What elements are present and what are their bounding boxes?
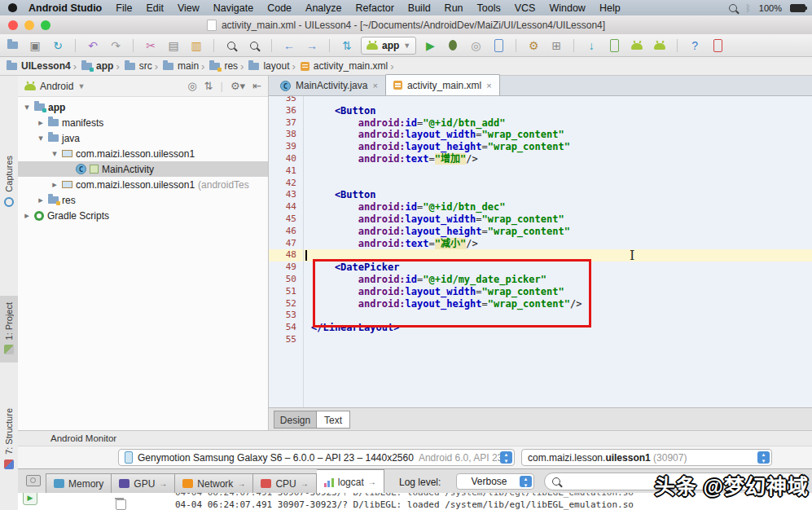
- menu-item-analyze[interactable]: Analyze: [305, 2, 341, 14]
- menu-item-tools[interactable]: Tools: [477, 2, 501, 14]
- toolstrip-tab-project[interactable]: 1: Project: [0, 296, 18, 363]
- sdk-manager-icon[interactable]: ↓: [584, 38, 599, 53]
- breadcrumb-item-src[interactable]: src: [125, 60, 152, 72]
- menu-item-view[interactable]: View: [178, 2, 200, 14]
- paste-icon[interactable]: ▥: [189, 38, 204, 53]
- redo-icon[interactable]: ↷: [108, 38, 123, 53]
- monitor-tab-logcat[interactable]: logcat→: [317, 469, 384, 494]
- breadcrumb-item-app[interactable]: app: [81, 60, 113, 72]
- menu-item-window[interactable]: Window: [549, 2, 585, 14]
- menu-item-navigate[interactable]: Navigate: [213, 2, 253, 14]
- close-window-button[interactable]: [8, 20, 18, 30]
- tree-item-manifests[interactable]: ▸manifests: [18, 115, 268, 130]
- open-icon[interactable]: [5, 38, 20, 53]
- tab-text[interactable]: Text: [316, 411, 350, 429]
- copy-icon[interactable]: ▤: [166, 38, 181, 53]
- gear-icon[interactable]: ⚙▾: [230, 80, 245, 92]
- help-icon[interactable]: ?: [687, 38, 702, 53]
- tree-expand-arrow[interactable]: ▸: [23, 210, 31, 221]
- run-icon[interactable]: ▶: [423, 38, 437, 53]
- tree-collapse-arrow[interactable]: ▾: [37, 133, 45, 143]
- breadcrumb-item-res[interactable]: res: [209, 60, 238, 72]
- menu-item-code[interactable]: Code: [267, 2, 292, 14]
- run-configuration-dropdown[interactable]: app ▼: [361, 37, 416, 55]
- avd-manager-icon[interactable]: [607, 38, 621, 53]
- code-editor[interactable]: 3536 <Button37 android:id="@+id/btn_add"…: [269, 96, 812, 407]
- tree-item-com-maizi-lesson-uilesson1[interactable]: ▸com.maizi.lesson.uilesson1 (androidTes: [18, 177, 268, 192]
- logcat-play-icon[interactable]: ▶: [23, 493, 37, 505]
- menu-item-build[interactable]: Build: [408, 2, 431, 14]
- dropdown-stepper[interactable]: ▲▼: [500, 451, 512, 464]
- project-structure-icon[interactable]: ⊞: [549, 38, 564, 53]
- tree-item-res[interactable]: ▸res: [18, 192, 268, 208]
- chevron-down-icon[interactable]: ▼: [77, 82, 85, 90]
- collapse-all-icon[interactable]: ⇅: [204, 80, 213, 92]
- monitor-tab-network[interactable]: Network→: [175, 473, 253, 494]
- menu-item-file[interactable]: File: [116, 2, 132, 14]
- menu-item-run[interactable]: Run: [445, 2, 463, 14]
- monitor-tab-cpu[interactable]: CPU→: [253, 473, 316, 494]
- editor-tab-mainactivity-java[interactable]: C MainActivity.java ×: [273, 76, 385, 95]
- dropdown-stepper[interactable]: ▲▼: [520, 476, 532, 487]
- breadcrumb-item-main[interactable]: main: [163, 60, 199, 72]
- bluetooth-icon[interactable]: ᛒ: [745, 3, 751, 13]
- trash-icon[interactable]: [116, 499, 126, 510]
- menu-item-refactor[interactable]: Refactor: [356, 2, 394, 14]
- back-icon[interactable]: ←: [282, 38, 296, 53]
- project-view-selector[interactable]: Android: [40, 81, 73, 92]
- tab-design[interactable]: Design: [274, 411, 317, 429]
- sort-icon[interactable]: ⇅: [340, 38, 354, 53]
- tree-expand-arrow[interactable]: ▸: [37, 117, 45, 128]
- breadcrumb-item-layout[interactable]: layout: [248, 60, 289, 72]
- save-icon[interactable]: ▣: [28, 38, 42, 53]
- cut-icon[interactable]: ✂: [143, 38, 158, 53]
- forward-icon[interactable]: →: [305, 38, 319, 53]
- debug-icon[interactable]: [446, 38, 460, 53]
- undo-icon[interactable]: ↶: [86, 38, 100, 53]
- android-monitor-icon[interactable]: [652, 38, 667, 53]
- zoom-window-button[interactable]: [41, 20, 50, 30]
- menu-item-help[interactable]: Help: [599, 2, 621, 14]
- tree-expand-arrow[interactable]: ▸: [37, 195, 45, 205]
- tree-item-mainactivity[interactable]: CMainActivity: [18, 161, 268, 177]
- hide-panel-icon[interactable]: ⇤: [252, 80, 261, 92]
- spotlight-search-icon[interactable]: [729, 4, 737, 12]
- toolstrip-tab-structure[interactable]: 7: Structure: [0, 408, 18, 469]
- search-usages-icon[interactable]: [247, 38, 261, 53]
- settings-icon[interactable]: ⚙: [526, 38, 541, 53]
- sync-icon[interactable]: ↻: [50, 38, 65, 53]
- editor-tab-activity-main-xml[interactable]: activity_main.xml ×: [385, 74, 500, 95]
- gradle-sync-icon[interactable]: [630, 38, 644, 53]
- device-dropdown[interactable]: Genymotion Samsung Galaxy S6 – 6.0.0 – A…: [118, 449, 515, 466]
- process-dropdown[interactable]: com.maizi.lesson.uilesson1 (30907) ▲▼: [521, 449, 772, 466]
- log-level-dropdown[interactable]: Verbose ▲▼: [456, 473, 534, 490]
- attach-debugger-icon[interactable]: [491, 38, 506, 53]
- locate-icon[interactable]: ◎: [187, 80, 196, 92]
- code-line-46: 46 android:layout_height="wrap_content": [269, 226, 812, 238]
- tree-collapse-arrow[interactable]: ▾: [50, 148, 59, 159]
- monitor-tab-memory[interactable]: Memory: [46, 473, 112, 494]
- screenshot-icon[interactable]: [26, 475, 41, 486]
- close-icon[interactable]: ×: [372, 81, 377, 90]
- tree-item-app[interactable]: ▾app: [18, 99, 268, 115]
- tree-expand-arrow[interactable]: ▸: [50, 179, 59, 190]
- breadcrumb-item-activity-main-xml[interactable]: activity_main.xml: [301, 60, 388, 72]
- menu-item-vcs[interactable]: VCS: [515, 2, 536, 14]
- menu-item-android-studio[interactable]: Android Studio: [29, 2, 102, 14]
- monitor-tab-gpu[interactable]: GPU→: [112, 473, 175, 494]
- toolstrip-tab-captures[interactable]: Captures: [0, 156, 18, 207]
- close-icon[interactable]: ×: [486, 81, 491, 90]
- tree-item-com-maizi-lesson-uilesson1[interactable]: ▾com.maizi.lesson.uilesson1: [18, 146, 268, 161]
- coverage-icon[interactable]: ◎: [468, 38, 483, 53]
- profile-icon[interactable]: [710, 38, 725, 53]
- tree-item-gradle-scripts[interactable]: ▸Gradle Scripts: [18, 208, 268, 223]
- apple-icon[interactable]: [8, 3, 17, 12]
- menu-item-edit[interactable]: Edit: [146, 2, 164, 14]
- minimize-window-button[interactable]: [24, 20, 34, 30]
- breadcrumb-item-uilesson4[interactable]: UILesson4: [7, 60, 71, 72]
- search-icon[interactable]: [224, 38, 239, 53]
- tree-item-java[interactable]: ▾java: [18, 130, 268, 146]
- dropdown-stepper[interactable]: ▲▼: [757, 451, 770, 464]
- tree-collapse-arrow[interactable]: ▾: [23, 102, 31, 112]
- android-monitor-header[interactable]: Android Monitor: [18, 430, 812, 446]
